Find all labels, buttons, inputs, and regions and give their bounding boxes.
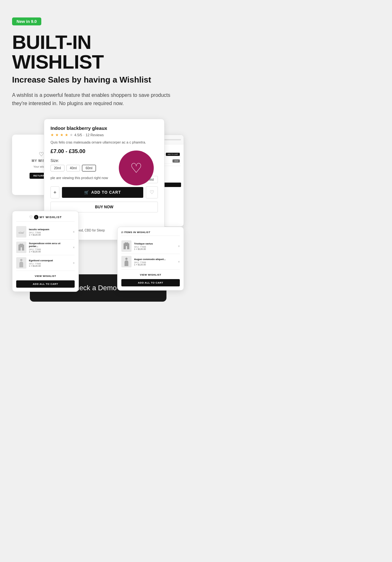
wishlist-left-card: ♡ 3 MY WISHLIST Iaculis velaquam SKU: 77… xyxy=(12,211,79,292)
add-to-cart-row: + 🛒 ADD TO CART ♡ xyxy=(51,186,158,198)
wishlist-items-count: 2 ITEMS IN WISHLIST xyxy=(121,231,180,236)
wishlist-right-item-1: Tristique varius SKU: 77888 1 × $120.00 … xyxy=(121,238,180,254)
wishlist-item-3-sku: SKU: 77888 xyxy=(29,263,70,265)
wishlist-left-header: ♡ 3 MY WISHLIST xyxy=(16,215,75,222)
wishlist-item-3-price: 1 × $120.00 xyxy=(29,265,70,267)
wishlist-item-1-delete[interactable]: × xyxy=(73,230,75,234)
wishlist-right-item-2-img xyxy=(121,256,132,267)
tablet-view-btn[interactable]: VIEW xyxy=(172,159,180,163)
wishlist-item-2-img xyxy=(16,242,26,253)
viewing-text: ple are viewing this product right now xyxy=(51,176,108,180)
wishlist-right-card: 2 ITEMS IN WISHLIST Tristique varius SKU… xyxy=(117,227,184,291)
size-btn-20ml[interactable]: 20ml xyxy=(51,165,64,171)
tablet-add-cart-btn[interactable]: ADD TO CART xyxy=(166,153,180,156)
review-count: 12 Reviews xyxy=(86,133,104,137)
wishlist-item-1-img xyxy=(16,226,26,238)
heart-circle-icon: ♡ xyxy=(130,160,142,176)
wishlist-left-actions: VIEW WISHLIST ADD ALL TO CART xyxy=(16,273,75,288)
rating-separator: · xyxy=(83,133,84,137)
svg-point-0 xyxy=(20,259,23,261)
product-rating: ★ ★ ★ ★ ★ 4.5/5 · 12 Reviews xyxy=(51,133,158,137)
wishlist-right-item-1-sku: SKU: 77888 xyxy=(134,246,175,248)
new-badge: New in 9.0 xyxy=(12,17,41,25)
star-1: ★ xyxy=(51,133,54,137)
wishlist-right-item-1-info: Tristique varius SKU: 77888 1 × $120.00 xyxy=(134,242,175,250)
wishlist-item-1-name: Iaculis velaquam xyxy=(29,228,70,231)
wishlist-item-3-img xyxy=(16,257,26,269)
wishlist-right-item-2-info: Augue commodo aliquet... SKU: 77888 1 × … xyxy=(134,258,175,266)
add-all-to-cart-btn-right[interactable]: ADD ALL TO CART xyxy=(121,279,180,286)
wishlist-item-1: Iaculis velaquam SKU: 77888 1 × $120.00 … xyxy=(16,224,75,240)
wishlist-item-3-name: Egetised consequat xyxy=(29,259,70,262)
wishlist-item-1-info: Iaculis velaquam SKU: 77888 1 × $120.00 xyxy=(29,228,70,236)
wishlist-item-3-delete[interactable]: × xyxy=(73,261,75,265)
add-to-cart-label: ADD TO CART xyxy=(91,190,121,195)
wishlist-right-item-1-name: Tristique varius xyxy=(134,242,175,245)
mockup-collage: ♡ 0 MY WISHLIST Your wishlist is e RETUR… xyxy=(12,119,184,258)
main-title: BUILT-IN WISHLIST xyxy=(12,32,184,72)
wishlist-left-title: MY WISHLIST xyxy=(40,216,62,219)
description: A wishlist is a powerful feature that en… xyxy=(12,91,171,107)
wishlist-right-item-1-delete[interactable]: × xyxy=(178,244,180,248)
wishlist-item-2-sku: SKU: 77888 xyxy=(29,248,70,251)
wishlist-right-item-2-delete[interactable]: × xyxy=(178,260,180,264)
sub-title: Increase Sales by having a Wishlist xyxy=(12,75,184,85)
wishlist-item-2-price: 1 × $120.00 xyxy=(29,251,70,253)
add-to-cart-button[interactable]: 🛒 ADD TO CART xyxy=(62,187,143,198)
star-3: ★ xyxy=(60,133,64,137)
wishlist-right-item-2: Augue commodo aliquet... SKU: 77888 1 × … xyxy=(121,254,180,270)
cart-icon: 🛒 xyxy=(84,190,89,195)
heart-circle-decoration: ♡ xyxy=(119,151,154,185)
wishlist-item-2-info: Suspendisse enim arcu ut portar... SKU: … xyxy=(29,242,70,253)
wishlist-item-2-name: Suspendisse enim arcu ut portar... xyxy=(29,242,70,248)
wishlist-item-2: Suspendisse enim arcu ut portar... SKU: … xyxy=(16,240,75,255)
rating-value: 4.5/5 xyxy=(74,133,82,137)
heart-icon: ♡ xyxy=(39,151,44,158)
svg-point-1 xyxy=(125,258,128,260)
wishlist-item-1-sku: SKU: 77888 xyxy=(29,231,70,234)
wishlist-item-3-info: Egetised consequat SKU: 77888 1 × $120.0… xyxy=(29,259,70,267)
product-description: Quis felis cras malesuada ornare ullamco… xyxy=(51,140,158,145)
wishlist-item-2-delete[interactable]: × xyxy=(73,246,75,249)
wishlist-right-item-2-price: 1 × $120.00 xyxy=(134,264,175,266)
star-4: ★ xyxy=(65,133,68,137)
wishlist-right-actions: VIEW WISHLIST ADD ALL TO CART xyxy=(121,272,180,286)
wishlist-right-item-1-img xyxy=(121,240,132,252)
qty-decrease-btn[interactable]: + xyxy=(51,186,59,198)
size-btn-40ml[interactable]: 40ml xyxy=(66,165,80,171)
wishlist-right-item-1-price: 1 × $120.00 xyxy=(134,248,175,250)
product-title: Indoor blackberry gleaux xyxy=(51,125,158,131)
view-wishlist-btn-right[interactable]: VIEW WISHLIST xyxy=(121,272,180,278)
size-btn-60ml[interactable]: 60ml xyxy=(82,165,96,171)
wishlist-item-3: Egetised consequat SKU: 77888 1 × $120.0… xyxy=(16,255,75,271)
wishlist-right-item-2-name: Augue commodo aliquet... xyxy=(134,258,175,261)
add-all-to-cart-btn-left[interactable]: ADD ALL TO CART xyxy=(16,280,75,288)
star-2: ★ xyxy=(55,133,59,137)
wishlist-heart-icon: ♡ xyxy=(29,215,33,219)
wishlist-item-1-price: 1 × $120.00 xyxy=(29,234,70,236)
star-5-half: ★ xyxy=(70,133,73,137)
wishlist-count-badge: 3 xyxy=(34,215,38,219)
wishlist-right-item-2-sku: SKU: 77888 xyxy=(134,261,175,264)
wishlist-heart-button[interactable]: ♡ xyxy=(146,186,158,198)
view-wishlist-btn-left[interactable]: VIEW WISHLIST xyxy=(16,273,75,279)
